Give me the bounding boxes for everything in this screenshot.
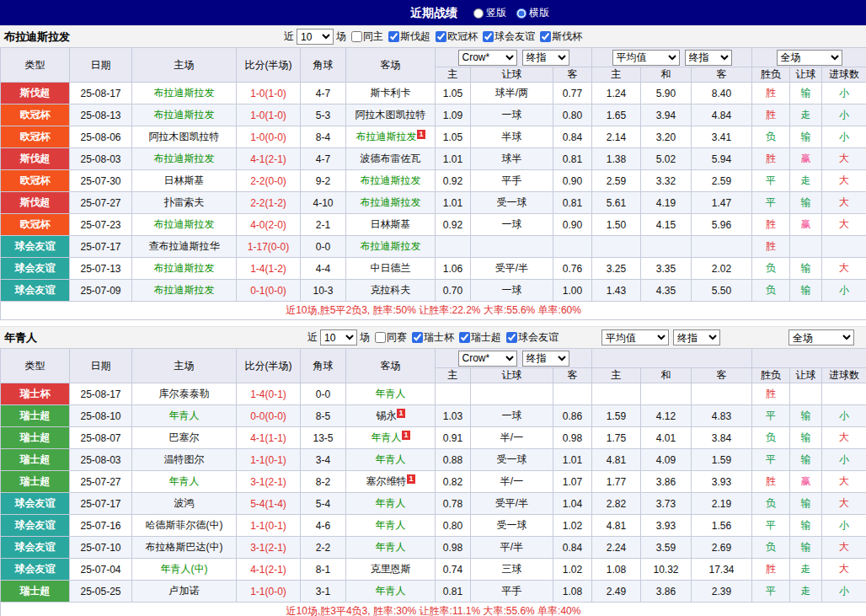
league-badge: 球会友谊 bbox=[1, 236, 70, 258]
league-badge: 瑞士超 bbox=[1, 471, 70, 493]
odds-value: 1.00 bbox=[553, 280, 592, 302]
same-filter[interactable]: 同赛 bbox=[372, 330, 407, 345]
avg-odds-value: 3.86 bbox=[641, 581, 692, 603]
avg-terminal-select[interactable]: 终指 bbox=[673, 329, 720, 345]
league-filter-label: 斯伐杯 bbox=[552, 29, 582, 44]
avg-odds-value: 4.01 bbox=[641, 427, 692, 449]
odds-value: 0.90 bbox=[553, 214, 592, 236]
league-badge: 欧冠杯 bbox=[1, 126, 70, 148]
league-badge: 欧冠杯 bbox=[1, 104, 70, 126]
odds-value: 0.98 bbox=[553, 427, 592, 449]
result-value: 平 bbox=[752, 581, 790, 603]
result-value: 小 bbox=[822, 280, 866, 302]
avg-terminal-select[interactable]: 终指 bbox=[685, 50, 732, 66]
avg-odds-value: 3.32 bbox=[641, 170, 692, 192]
odds-value: 1.04 bbox=[553, 493, 592, 515]
sub-header: 主 bbox=[436, 368, 471, 383]
match-row: 欧冠杯25-08-06阿拉木图凯拉特1-0(0-0)8-4布拉迪斯拉发11.05… bbox=[1, 126, 866, 148]
match-count-select[interactable]: 10 bbox=[320, 329, 357, 345]
scope-select[interactable]: 全场 bbox=[777, 50, 842, 66]
result-value: 小 bbox=[822, 126, 866, 148]
sub-header: 胜负 bbox=[752, 67, 790, 83]
odds-source-select[interactable]: Crow* bbox=[458, 50, 517, 66]
result-value: 平 bbox=[752, 192, 790, 214]
layout-radio-横版[interactable]: 横版 bbox=[516, 6, 549, 20]
away-team: 年青人 bbox=[346, 449, 436, 471]
league-filter[interactable]: 瑞士超 bbox=[457, 330, 501, 345]
avg-odds-value: 1.47 bbox=[692, 192, 752, 214]
odds-value: 一球 bbox=[471, 405, 553, 427]
away-team: 日林斯基 bbox=[346, 214, 436, 236]
odds-terminal-select[interactable]: 终指 bbox=[522, 50, 569, 66]
league-filter-box[interactable] bbox=[388, 31, 399, 42]
avg-odds-value: 4.15 bbox=[641, 214, 692, 236]
sub-header: 让球 bbox=[790, 368, 822, 383]
league-badge: 斯伐超 bbox=[1, 148, 70, 170]
avg-odds-value: 1.50 bbox=[592, 214, 641, 236]
same-filter-box[interactable] bbox=[375, 332, 386, 343]
league-filter-box[interactable] bbox=[483, 31, 494, 42]
home-team: 巴塞尔 bbox=[132, 427, 237, 449]
odds-value bbox=[436, 383, 471, 405]
avg-source-select[interactable]: 平均值 bbox=[612, 50, 680, 66]
col-header: 比分(半场) bbox=[237, 349, 301, 383]
league-filter[interactable]: 斯伐超 bbox=[386, 29, 430, 44]
odds-value: 0.88 bbox=[436, 449, 471, 471]
league-filter-box[interactable] bbox=[540, 31, 551, 42]
home-team: 哈德斯菲尔德(中) bbox=[132, 515, 237, 537]
league-filter[interactable]: 球会友谊 bbox=[504, 330, 559, 345]
result-value: 输 bbox=[790, 405, 822, 427]
avg-odds-value bbox=[641, 236, 692, 258]
league-filter[interactable]: 球会友谊 bbox=[480, 29, 535, 44]
sub-header: 客 bbox=[692, 368, 752, 383]
match-date: 25-05-25 bbox=[70, 581, 132, 603]
layout-radio-input[interactable] bbox=[516, 8, 527, 19]
result-value: 输 bbox=[790, 280, 822, 302]
match-date: 25-08-07 bbox=[70, 427, 132, 449]
odds-source-select[interactable]: Crow* bbox=[458, 351, 517, 367]
avg-source-select[interactable]: 平均值 bbox=[601, 329, 669, 345]
layout-radio-input[interactable] bbox=[473, 8, 484, 19]
avg-selects-cell bbox=[592, 349, 752, 368]
odds-value bbox=[471, 383, 553, 405]
avg-odds-value: 1.65 bbox=[592, 104, 641, 126]
match-score: 2-2(0-0) bbox=[237, 170, 301, 192]
avg-odds-value: 1.56 bbox=[692, 515, 752, 537]
avg-odds-value bbox=[592, 383, 641, 405]
league-badge: 球会友谊 bbox=[1, 537, 70, 559]
result-value: 负 bbox=[752, 427, 790, 449]
corners: 8-4 bbox=[301, 126, 346, 148]
same-filter[interactable]: 同主 bbox=[349, 29, 383, 44]
match-date: 25-08-17 bbox=[70, 383, 132, 405]
league-filter-label: 瑞士超 bbox=[471, 330, 501, 345]
odds-terminal-select[interactable]: 终指 bbox=[522, 351, 569, 367]
match-date: 25-07-09 bbox=[70, 280, 132, 302]
odds-value: 1.05 bbox=[436, 126, 471, 148]
sub-header: 主 bbox=[592, 67, 641, 83]
home-team: 布拉迪斯拉发 bbox=[132, 83, 237, 104]
matches-table: 类型日期主场比分(半场)角球客场Crow*终指主让球客主和客胜负让球进球数瑞士杯… bbox=[0, 348, 866, 616]
layout-radio-label: 竖版 bbox=[486, 6, 506, 20]
col-header: 日期 bbox=[70, 349, 132, 383]
sub-header: 让球 bbox=[790, 67, 822, 83]
league-filter-box[interactable] bbox=[506, 332, 517, 343]
league-filter-box[interactable] bbox=[412, 332, 423, 343]
avg-odds-value: 4.19 bbox=[641, 192, 692, 214]
league-filter[interactable]: 瑞士杯 bbox=[409, 330, 454, 345]
league-filter-box[interactable] bbox=[459, 332, 470, 343]
league-filter-box[interactable] bbox=[436, 31, 446, 42]
match-count-select[interactable]: 10 bbox=[297, 29, 334, 45]
corners: 8-1 bbox=[301, 559, 346, 581]
result-value: 胜 bbox=[752, 559, 790, 581]
league-filter[interactable]: 欧冠杯 bbox=[433, 29, 478, 44]
layout-radio-竖版[interactable]: 竖版 bbox=[473, 6, 506, 20]
result-value: 小 bbox=[822, 405, 866, 427]
league-filter[interactable]: 斯伐杯 bbox=[537, 29, 582, 44]
avg-odds-value: 3.86 bbox=[641, 471, 692, 493]
same-filter-box[interactable] bbox=[351, 31, 362, 42]
avg-odds-value: 2.19 bbox=[692, 493, 752, 515]
odds-value: 0.76 bbox=[553, 258, 592, 280]
odds-value: 受一球 bbox=[471, 449, 553, 471]
scope-select[interactable]: 全场 bbox=[788, 329, 854, 345]
result-value: 赢 bbox=[790, 214, 822, 236]
